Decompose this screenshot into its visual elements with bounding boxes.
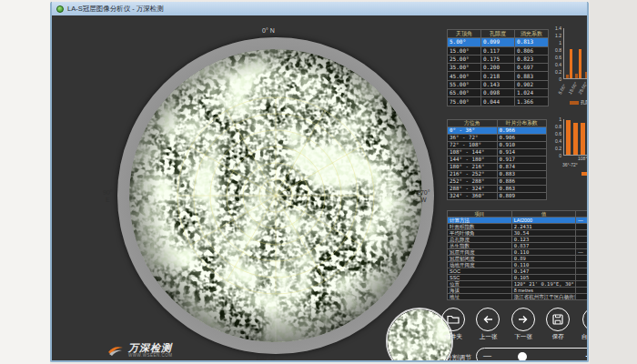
y-tick-label: 0 — [559, 153, 561, 158]
legend-swatch — [581, 172, 587, 176]
folder-button[interactable]: 文件夹 — [441, 308, 465, 341]
table-cell: — — [576, 249, 587, 256]
table-cell: 场地开阔度 — [448, 262, 512, 268]
table-cell — [576, 294, 587, 300]
table-row[interactable]: 288° - 324°0.863 — [448, 186, 547, 193]
table-cell — [576, 224, 587, 230]
table-row[interactable]: 计算方法LAI2000— — [448, 217, 588, 224]
bar — [573, 123, 578, 155]
table-cell: 0.143 — [481, 80, 515, 88]
slider-minus-button[interactable]: — — [483, 352, 491, 360]
table-row[interactable]: 75.00°0.0441.366 — [448, 97, 549, 106]
column-header: 叶片分布系数 — [497, 120, 547, 127]
table-cell: 55.00° — [448, 80, 481, 88]
table-row[interactable]: 冠层开阔度0.110— — [448, 249, 588, 256]
y-tick-label: 0.2 — [555, 146, 561, 151]
table-cell — [576, 230, 587, 237]
table-row[interactable]: 总孔隙度0.123 — [448, 237, 588, 243]
save-button[interactable]: 保存 — [546, 308, 570, 341]
column-header: 孔隙度 — [481, 30, 515, 38]
table-row[interactable]: 丛生指数0.837 — [448, 243, 588, 249]
table-cell: 0.837 — [511, 243, 576, 249]
bar-group — [581, 119, 585, 155]
table-row[interactable]: 海拔8 metres — [448, 288, 588, 294]
table-cell: 0.110 — [511, 249, 576, 256]
column-header: 消光系数 — [515, 30, 549, 38]
table-row[interactable]: 35.00°0.2000.697 — [448, 64, 549, 72]
table-cell: 0.813 — [515, 38, 549, 46]
y-tick-label: 0.8 — [555, 124, 561, 129]
table-cell: 浙江省杭州市江干区白杨街道浙江理工大学勤东苑 — [511, 294, 576, 300]
bar — [566, 120, 571, 155]
column-header: 值 — [511, 211, 576, 217]
table-row[interactable]: 场地开阔度0.110 — [448, 262, 588, 268]
table-cell: 0.914 — [497, 149, 547, 157]
table-cell — [576, 237, 587, 243]
brand-logo: 万深检测 WWW.WSEEN.COM — [106, 343, 173, 358]
table-cell: 324° - 360° — [448, 193, 498, 200]
leaf-distribution-chart: 00.20.40.60.81 108°-144°252°-288°36°-72°… — [551, 119, 587, 177]
table-row[interactable]: SSC0.105 — [448, 275, 588, 281]
table-row[interactable]: 0° - 36°0.966 — [448, 127, 547, 135]
table-row[interactable]: 36° - 72°0.906 — [448, 135, 547, 142]
table-row[interactable]: 144° - 180°0.917 — [448, 157, 547, 164]
table-cell: 180° - 216° — [448, 164, 498, 171]
table-row[interactable]: 252° - 288°0.886 — [448, 178, 547, 186]
y-tick-label: 0.2 — [555, 69, 561, 75]
table-row[interactable]: 324° - 360°0.809 — [448, 193, 547, 200]
previous-image-button[interactable]: 上一张 — [476, 308, 500, 341]
table-cell: 36° - 72° — [448, 135, 498, 142]
table-cell: 25.00° — [448, 55, 481, 63]
table-cell: 0.906 — [497, 135, 547, 142]
table-cell: 120° 21' 0.19"E, 30° 18' 52.55"N — [511, 281, 576, 288]
table-cell: 75.00° — [448, 97, 481, 106]
auto-batch-button[interactable]: 自动/批量 — [581, 308, 587, 341]
table-row[interactable]: SOC0.147 — [448, 268, 588, 275]
table-row[interactable]: 45.00°0.2180.883 — [448, 72, 549, 80]
y-tick-label: 0.4 — [555, 62, 561, 67]
table-row[interactable]: 65.00°0.0981.024 — [448, 89, 549, 97]
table-cell: 冠层开阔度 — [448, 249, 512, 256]
table-row[interactable]: 216° - 252°0.883 — [448, 171, 547, 178]
segmentation-slider[interactable]: — + — [476, 348, 587, 360]
table-row[interactable]: 平均叶倾角30.54 — [448, 230, 588, 237]
fisheye-canopy-image — [129, 49, 422, 342]
slider-plus-button[interactable]: + — [585, 352, 587, 361]
app-content: 0° N 180° S 270°W 90°E — [52, 15, 587, 360]
table-row[interactable]: 位置120° 21' 0.19"E, 30° 18' 52.55"N — [448, 281, 588, 288]
table-cell — [576, 281, 587, 288]
y-tick-label: 0 — [559, 76, 561, 82]
table-cell — [576, 268, 587, 275]
table-cell: 0.823 — [515, 55, 549, 63]
slider-knob[interactable] — [518, 352, 527, 361]
y-tick-label: 0.6 — [555, 55, 561, 60]
table-row[interactable]: 25.00°0.1750.823 — [448, 55, 549, 63]
table-cell — [576, 288, 587, 294]
table-cell: 位置 — [448, 281, 512, 288]
table-row[interactable]: 15.00°0.1170.806 — [448, 46, 549, 55]
arrow-left-icon — [480, 312, 495, 327]
table-row[interactable]: 叶面积指数2.2431 — [448, 224, 588, 230]
table-row[interactable]: 地址浙江省杭州市江干区白杨街道浙江理工大学勤东苑 — [448, 294, 588, 300]
bar-group — [566, 119, 571, 155]
table-cell: 8 metres — [511, 288, 576, 294]
table-row[interactable]: 108° - 144°0.914 — [448, 149, 547, 157]
table-row[interactable]: 5.00°0.0990.813 — [448, 38, 549, 46]
next-image-button[interactable]: 下一张 — [511, 308, 535, 341]
y-tick-label: 0.4 — [555, 138, 561, 144]
segmentation-slider-label: 分割调节 — [446, 353, 471, 360]
y-tick-label: 0.8 — [555, 47, 561, 53]
table-row[interactable]: 72° - 108°0.910 — [448, 142, 547, 149]
table-cell: 0.886 — [497, 178, 547, 186]
bar-group — [575, 28, 581, 78]
brand-url: WWW.WSEEN.COM — [128, 353, 173, 358]
table-cell: 叶面积指数 — [448, 224, 512, 230]
x-tick-label: 36°-72° — [562, 162, 578, 167]
title-bar[interactable]: LA-S冠层图像分析仪 - 万深检测 — [52, 2, 587, 15]
table-row[interactable]: 55.00°0.1430.902 — [448, 80, 549, 88]
table-header-row: 天顶角孔隙度消光系数 — [448, 30, 549, 38]
table-row[interactable]: 冠层郁闭度0.89 — [448, 256, 588, 262]
table-row[interactable]: 180° - 216°0.874 — [448, 164, 547, 171]
table-cell: 0.123 — [511, 237, 576, 243]
x-tick-label: 108°-144° — [578, 156, 587, 161]
